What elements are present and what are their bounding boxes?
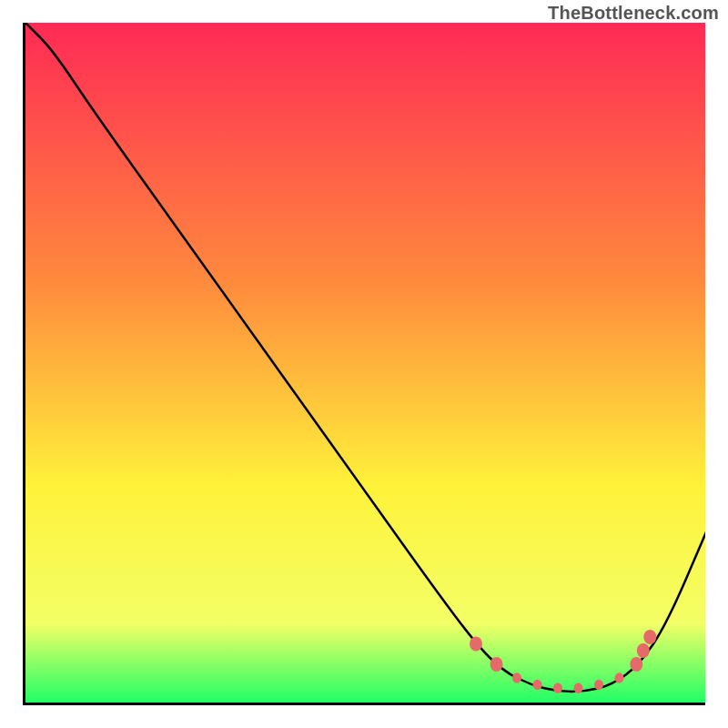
sweet-spot-dot (470, 636, 482, 651)
sweet-spot-dot (490, 657, 503, 672)
chart-axes-frame (23, 23, 705, 705)
sweet-spot-dot (594, 680, 603, 691)
sweet-spot-dot (630, 657, 642, 672)
sweet-spot-dot (643, 630, 656, 644)
sweet-spot-dot (533, 680, 542, 691)
sweet-spot-dot (553, 683, 562, 694)
sweet-spot-dot (615, 672, 624, 683)
chart-plot-area (25, 23, 705, 703)
sweet-spot-dot (574, 683, 583, 694)
sweet-spot-dot (637, 643, 650, 658)
sweet-spot-dot (512, 672, 521, 683)
chart-svg (25, 23, 705, 703)
chart-background-gradient (25, 23, 705, 703)
watermark-text: TheBottleneck.com (548, 3, 719, 24)
